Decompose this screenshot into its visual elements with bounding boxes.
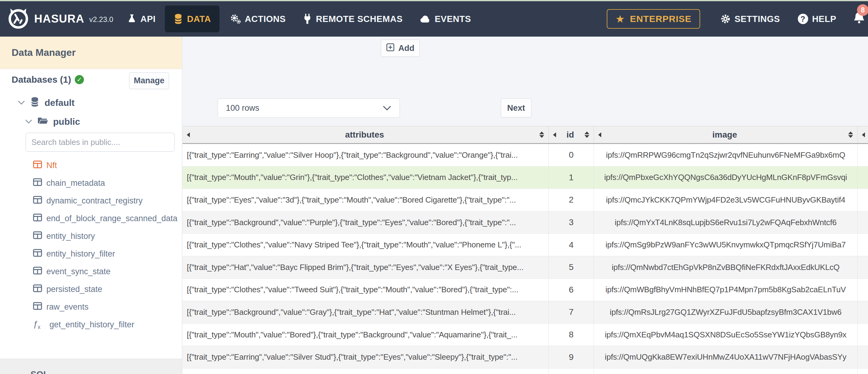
next-page-button[interactable]: Next xyxy=(501,98,531,118)
cell-image: ipfs://QmSg9bPzW9anFYc3wWU5KnvymwkxQTpmq… xyxy=(594,234,858,256)
brand-title: HASURA xyxy=(34,12,84,25)
nav-tab-api[interactable]: API xyxy=(127,14,156,24)
sidebar-item-chain-metadata[interactable]: chain_metadata xyxy=(33,176,105,190)
table-name: event_sync_state xyxy=(46,267,111,276)
sidebar-item-dynamic-contract-registry[interactable]: dynamic_contract_registry xyxy=(33,193,143,208)
tree-node-default-db[interactable]: default xyxy=(18,96,74,110)
cell-id: 1 xyxy=(549,166,594,189)
sort-icon[interactable] xyxy=(539,131,544,138)
hasura-brand[interactable]: HASURA v2.23.0 xyxy=(6,6,113,32)
sidebar-item-entity-history-filter[interactable]: entity_history_filter xyxy=(33,247,115,261)
manage-button-label: Manage xyxy=(134,76,164,86)
sort-icon[interactable] xyxy=(585,131,589,138)
search-tables-input[interactable] xyxy=(26,133,175,152)
table-row: [{"trait_type":"Clothes","value":"Tweed … xyxy=(183,279,868,302)
cell-attributes: [{"trait_type":"Background","value":"Pur… xyxy=(183,211,549,234)
nav-tab-label: EVENTS xyxy=(435,14,471,24)
main-content: Add 100 rows Next attributes id image xyxy=(183,37,868,374)
nav-tab-actions[interactable]: ACTIONS xyxy=(230,13,286,24)
table-name: entity_history_filter xyxy=(46,249,115,259)
table-name: persisted_state xyxy=(46,285,102,294)
cell-id: 4 xyxy=(549,234,594,256)
table-header-row: attributes id image xyxy=(183,126,868,144)
cell-image: ipfs://QmRRPWG96cmgTn2qSzjwr2qvfNEuhunv6… xyxy=(594,144,858,166)
database-icon xyxy=(30,97,40,109)
collapse-column-icon[interactable] xyxy=(553,132,556,137)
collapse-column-icon[interactable] xyxy=(187,132,190,137)
nav-tab-settings[interactable]: SETTINGS xyxy=(720,14,780,24)
table-row: [{"trait_type":"Earring","value":"Silver… xyxy=(183,144,868,166)
sort-icon[interactable] xyxy=(848,131,853,138)
cell-id: 3 xyxy=(549,211,594,234)
notifications-bell[interactable]: 8 xyxy=(852,11,866,27)
table-name: chain_metadata xyxy=(46,179,105,188)
column-label: image xyxy=(601,130,848,140)
column-header-overflow xyxy=(858,126,868,143)
cell-image: ipfs://QmYxT4LnK8sqLupjbS6eRvu1si7Ly2wFQ… xyxy=(594,211,858,234)
sidebar-item-end-of-block-range-scanned-data[interactable]: end_of_block_range_scanned_data xyxy=(33,211,177,226)
page-title: Data Manager xyxy=(11,47,76,58)
help-icon: ? xyxy=(798,14,808,24)
gears-icon xyxy=(230,13,241,24)
nav-tab-remote-schemas[interactable]: REMOTE SCHEMAS xyxy=(303,14,403,24)
table-name: dynamic_contract_registry xyxy=(46,196,143,206)
cell-id: 5 xyxy=(549,256,594,279)
cell-attributes: [{"trait_type":"Earring","value":"Silver… xyxy=(183,346,549,368)
cell-overflow xyxy=(858,324,868,346)
column-header-image: image xyxy=(594,126,858,143)
tree-node-public-schema[interactable]: public xyxy=(25,115,80,128)
sql-section-label[interactable]: SQL xyxy=(31,369,49,374)
chevron-down-icon[interactable] xyxy=(18,100,25,105)
chevron-down-icon[interactable] xyxy=(25,119,32,124)
cell-overflow xyxy=(858,211,868,234)
column-header-attributes: attributes xyxy=(183,126,549,143)
sidebar-item-event-sync-state[interactable]: event_sync_state xyxy=(33,264,111,279)
tree-node-label: default xyxy=(44,98,74,108)
navbar-right: ★ ENTERPRISE SETTINGS ? HELP xyxy=(607,9,868,29)
sidebar-item-get-entity-history-filter[interactable]: ƒx get_entity_history_filter xyxy=(33,317,134,332)
table-row: [{"trait_type":"Earring","value":"Silver… xyxy=(183,346,868,369)
cell-attributes: [{"trait_type":"Background","value":"Gra… xyxy=(183,301,549,323)
cell-image: ipfs://QmRsJLrg27GQ1ZWyrXZFuJFdU5bapfzsy… xyxy=(594,301,858,323)
cell-overflow xyxy=(858,144,868,166)
nav-tab-data[interactable]: DATA xyxy=(165,5,219,32)
notification-badge: 8 xyxy=(857,4,868,16)
function-name: get_entity_history_filter xyxy=(50,320,134,330)
sidebar-item-raw-events[interactable]: raw_events xyxy=(33,300,89,314)
sidebar-item-nft[interactable]: Nft xyxy=(33,158,57,173)
table-icon xyxy=(33,267,42,277)
table-row-highlighted: [{"trait_type":"Mouth","value":"Grin"},{… xyxy=(183,166,868,189)
database-icon xyxy=(173,13,183,24)
cell-id: 8 xyxy=(549,324,594,346)
nav-tab-help[interactable]: ? HELP xyxy=(798,14,836,24)
hasura-logo-icon xyxy=(6,6,31,32)
version-label: v2.23.0 xyxy=(89,15,113,24)
databases-label: Databases (1) ✓ xyxy=(11,74,84,85)
sidebar: Data Manager Databases (1) ✓ Manage defa… xyxy=(0,37,182,374)
table-row: [{"trait_type":"Hat","value":"Bayc Flipp… xyxy=(183,256,868,279)
nav-tab-events[interactable]: EVENTS xyxy=(420,14,471,24)
rows-per-page-select[interactable]: 100 rows xyxy=(218,98,400,118)
sidebar-footer: SQL xyxy=(0,359,182,374)
add-row-button[interactable]: Add xyxy=(381,40,420,57)
enterprise-button[interactable]: ★ ENTERPRISE xyxy=(607,9,700,29)
cell-attributes: [{"trait_type":"Earring","value":"Silver… xyxy=(183,144,549,166)
table-icon xyxy=(33,178,42,188)
gear-icon xyxy=(720,14,731,24)
column-label: attributes xyxy=(190,130,539,140)
cell-attributes: [{"trait_type":"Eyes","value":"3d"},{"tr… xyxy=(183,189,549,211)
bell-icon xyxy=(852,21,866,27)
add-button-label: Add xyxy=(398,43,414,53)
cell-overflow xyxy=(858,279,868,301)
sidebar-item-persisted-state[interactable]: persisted_state xyxy=(33,282,102,297)
manage-button[interactable]: Manage xyxy=(129,72,169,89)
collapse-column-icon[interactable] xyxy=(598,132,601,137)
cell-overflow xyxy=(858,301,868,323)
table-icon xyxy=(33,196,42,206)
cell-attributes: [{"trait_type":"Hat","value":"Bayc Flipp… xyxy=(183,256,549,279)
sidebar-item-entity-history[interactable]: entity_history xyxy=(33,229,95,243)
collapse-column-icon[interactable] xyxy=(862,132,865,137)
table-row: [{"trait_type":"Background","value":"Gra… xyxy=(183,301,868,324)
cell-attributes: [{"trait_type":"Mouth","value":"Grin"},{… xyxy=(183,166,549,189)
cell-attributes: [{"trait_type":"Clothes","value":"Tweed … xyxy=(183,279,549,301)
